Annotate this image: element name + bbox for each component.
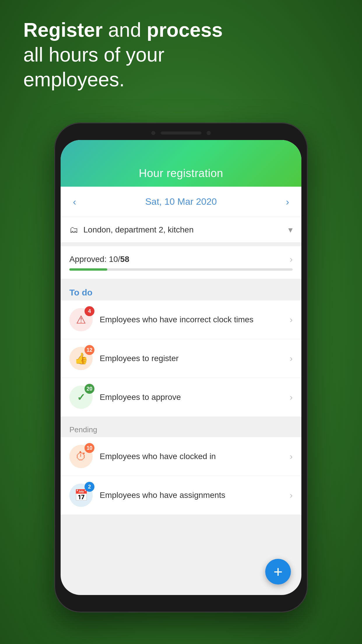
list-item-incorrect-clock[interactable]: ⚠ 4 Employees who have incorrect clock t…	[61, 300, 301, 339]
prev-date-button[interactable]: ‹	[69, 195, 80, 209]
pending-items-list: ⏱ 10 Employees who have clocked in › 📅 2	[61, 437, 301, 514]
headline-bold1: Register	[23, 19, 103, 41]
fab-add-button[interactable]: +	[265, 559, 291, 584]
location-icon: 🗂	[69, 225, 78, 235]
phone-screen: Hour registration ‹ Sat, 10 Mar 2020 › 🗂…	[61, 140, 301, 595]
badge-register: 12	[85, 345, 94, 355]
icon-wrap-incorrect-clock: ⚠ 4	[69, 308, 93, 331]
label-clocked-in: Employees who have clocked in	[100, 451, 283, 462]
icon-wrap-approve: ✓ 20	[69, 386, 93, 409]
approval-progress-bar	[69, 268, 293, 271]
todo-items-list: ⚠ 4 Employees who have incorrect clock t…	[61, 300, 301, 416]
chevron-clocked-in-icon: ›	[290, 452, 293, 461]
list-item-register[interactable]: 👍 12 Employees to register ›	[61, 339, 301, 378]
list-item-assignments[interactable]: 📅 2 Employees who have assignments ›	[61, 476, 301, 514]
pending-section-label: Pending	[61, 420, 301, 437]
speaker-bar	[161, 132, 201, 134]
timer-icon: ⏱	[75, 450, 87, 463]
icon-wrap-register: 👍 12	[69, 347, 93, 370]
chevron-register-icon: ›	[290, 354, 293, 363]
approval-progress-fill	[69, 268, 107, 271]
approval-total: 58	[120, 255, 129, 264]
sensor-dot	[207, 131, 211, 135]
headline-and: and	[103, 19, 147, 41]
badge-assignments: 2	[85, 482, 94, 492]
phone-device: Hour registration ‹ Sat, 10 Mar 2020 › 🗂…	[54, 123, 308, 612]
icon-wrap-assignments: 📅 2	[69, 484, 93, 507]
date-nav-bar: ‹ Sat, 10 Mar 2020 ›	[61, 187, 301, 217]
location-text: London, department 2, kitchen	[83, 225, 283, 235]
next-date-button[interactable]: ›	[282, 195, 293, 209]
approval-chevron-icon: ›	[290, 254, 293, 264]
list-item-approve[interactable]: ✓ 20 Employees to approve ›	[61, 378, 301, 416]
location-selector[interactable]: 🗂 London, department 2, kitchen ▾	[61, 217, 301, 243]
approval-label: Approved: 10/58	[69, 255, 129, 264]
icon-wrap-clocked-in: ⏱ 10	[69, 445, 93, 468]
headline-line3: employees.	[23, 68, 125, 90]
label-assignments: Employees who have assignments	[100, 490, 283, 501]
pending-section: Pending ⏱ 10 Employees who have clocked …	[61, 420, 301, 514]
calendar-icon: 📅	[74, 489, 88, 502]
label-incorrect-clock: Employees who have incorrect clock times	[100, 314, 283, 325]
headline-line2: all hours of your	[23, 43, 164, 66]
headline-bold2: process	[147, 19, 223, 41]
warning-icon: ⚠	[76, 313, 86, 326]
current-date: Sat, 10 Mar 2020	[145, 196, 217, 207]
chevron-approve-icon: ›	[290, 392, 293, 402]
approval-label-text: Approved: 10/	[69, 255, 120, 264]
checkmark-icon: ✓	[77, 391, 85, 403]
thumbsup-icon: 👍	[74, 352, 88, 365]
chevron-incorrect-clock-icon: ›	[290, 315, 293, 325]
camera-dot	[151, 131, 155, 135]
approval-summary-card[interactable]: Approved: 10/58 ›	[61, 246, 301, 279]
label-register: Employees to register	[100, 353, 283, 364]
badge-incorrect-clock: 4	[85, 306, 94, 316]
location-chevron-icon: ▾	[288, 225, 293, 235]
todo-section-label: To do	[61, 282, 301, 300]
label-approve: Employees to approve	[100, 392, 283, 402]
app-header: Hour registration	[61, 140, 301, 187]
app-title: Hour registration	[139, 167, 223, 180]
badge-clocked-in: 10	[85, 443, 94, 453]
chevron-assignments-icon: ›	[290, 490, 293, 500]
list-item-clocked-in[interactable]: ⏱ 10 Employees who have clocked in ›	[61, 437, 301, 476]
todo-section: To do ⚠ 4 Employees who have incorrect c…	[61, 282, 301, 416]
phone-sensors	[134, 129, 228, 137]
badge-approve: 20	[85, 384, 94, 394]
headline: Register and process all hours of your e…	[23, 18, 339, 92]
